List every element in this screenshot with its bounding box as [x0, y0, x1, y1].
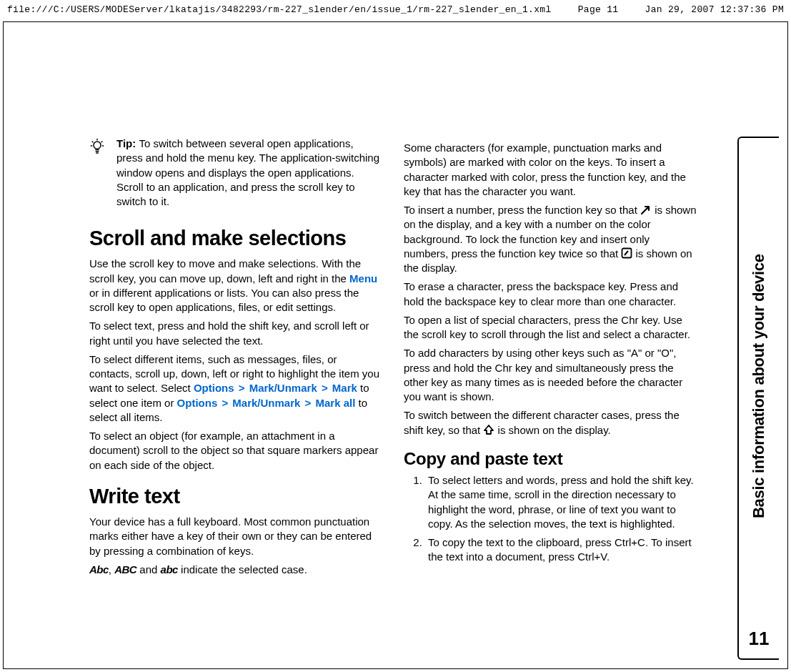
- scroll-p3: To select different items, such as messa…: [89, 352, 382, 425]
- tip-label: Tip:: [116, 137, 139, 149]
- content-columns: Tip: To switch between several open appl…: [89, 137, 697, 581]
- function-lock-icon: [621, 247, 632, 259]
- write-p2: Abc, ABC and abc indicate the selected c…: [89, 563, 382, 577]
- col2-p3: To erase a character, press the backspac…: [404, 280, 697, 309]
- heading-write: Write text: [89, 483, 382, 510]
- svg-point-0: [94, 142, 101, 149]
- timestamp: Jan 29, 2007 12:37:36 PM: [645, 4, 784, 15]
- function-arrow-icon: [640, 204, 652, 215]
- file-path: file:///C:/USERS/MODEServer/lkatajis/348…: [7, 4, 552, 15]
- menu-link: Menu: [349, 272, 377, 285]
- print-header: file:///C:/USERS/MODEServer/lkatajis/348…: [0, 0, 791, 21]
- left-column: Tip: To switch between several open appl…: [89, 137, 382, 581]
- copy-steps: To select letters and words, press and h…: [404, 473, 697, 565]
- scroll-p2: To select text, press and hold the shift…: [89, 319, 382, 348]
- heading-scroll: Scroll and make selections: [89, 224, 382, 252]
- write-p1: Your device has a full keyboard. Most co…: [89, 515, 382, 558]
- scroll-p4: To select an object (for example, an att…: [89, 429, 382, 473]
- indicator-abc-lower: abc: [161, 563, 178, 575]
- copy-step-2: To copy the text to the clipboard, press…: [425, 535, 697, 565]
- shift-icon: [483, 424, 494, 435]
- tip-icon: [89, 137, 106, 209]
- page-indicator: Page 11: [578, 4, 619, 15]
- col2-p6: To switch between the different characte…: [404, 408, 697, 438]
- col2-p2: To insert a number, press the function k…: [404, 203, 697, 275]
- col2-p1: Some characters (for example, punctuatio…: [404, 141, 697, 199]
- copy-step-1: To select letters and words, press and h…: [425, 473, 697, 531]
- page-border: Tip: To switch between several open appl…: [3, 21, 788, 669]
- section-tab-title: Basic information about your device: [750, 138, 768, 628]
- col2-p5: To add characters by using other keys su…: [404, 346, 697, 404]
- heading-copy: Copy and paste text: [404, 448, 697, 470]
- page-number: 11: [749, 628, 770, 650]
- right-column: Some characters (for example, punctuatio…: [404, 137, 697, 581]
- section-tab: Basic information about your device 11: [737, 137, 779, 660]
- tip-block: Tip: To switch between several open appl…: [89, 137, 382, 209]
- tip-body: To switch between several open applicati…: [116, 137, 379, 207]
- indicator-abc-mixed: Abc: [89, 563, 109, 575]
- indicator-abc-upper: ABC: [114, 563, 136, 575]
- scroll-p1: Use the scroll key to move and make sele…: [89, 257, 382, 315]
- tip-text: Tip: To switch between several open appl…: [116, 137, 382, 209]
- col2-p4: To open a list of special characters, pr…: [404, 313, 697, 342]
